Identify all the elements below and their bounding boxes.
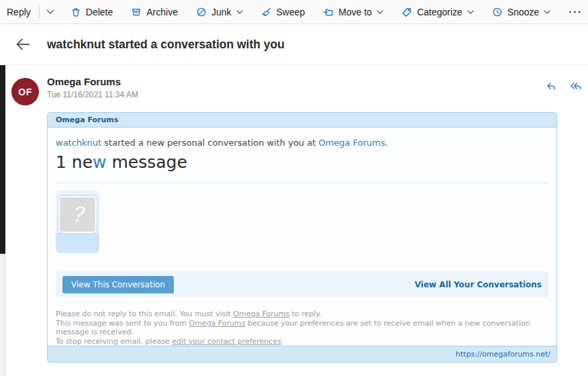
delete-button[interactable]: Delete [70, 7, 113, 17]
footer-text: . [281, 337, 284, 346]
message-action-icons [533, 81, 588, 94]
junk-label: Junk [211, 7, 232, 17]
headline-post: message [107, 152, 187, 172]
chevron-down-icon [467, 10, 474, 14]
reply-split-button[interactable]: Reply [7, 5, 54, 18]
block-icon [196, 7, 207, 17]
chevron-down-icon [544, 10, 550, 14]
message-list-edge-dark [0, 65, 5, 254]
folder-move-icon [323, 7, 334, 17]
footer-text: to reply. [289, 310, 322, 318]
clock-icon [492, 7, 503, 17]
archive-icon [131, 7, 142, 17]
archive-label: Archive [146, 7, 178, 17]
footer-text: Please do not reply to this email. You m… [56, 310, 233, 318]
subject-title: watchknut started a conversation with yo… [47, 38, 285, 52]
tag-icon [401, 7, 412, 17]
reply-button[interactable]: Reply [7, 7, 31, 17]
intro-text: started a new personal conversation with… [101, 138, 318, 148]
reply-all-icon[interactable] [570, 81, 582, 94]
move-to-button[interactable]: Move to [323, 7, 383, 17]
thumbnail-footer-strip [56, 233, 99, 253]
divider-rule [56, 183, 548, 183]
back-arrow-icon [15, 37, 31, 52]
email-footer-bar: https://omegaforums.net/ [48, 346, 556, 362]
sent-date: Tue 11/16/2021 11:34 AM [47, 90, 138, 99]
reply-icon[interactable] [546, 81, 557, 94]
footer-line: To stop receiving email, please edit you… [56, 337, 548, 346]
broken-image-placeholder: ? [58, 196, 97, 233]
new-message-headline: 1 new message [56, 152, 548, 172]
categorize-button[interactable]: Categorize [401, 7, 474, 17]
mail-toolbar: Reply Delete Archive Junk [0, 0, 588, 24]
email-body: Omega Forums watchknut started a new per… [47, 112, 557, 363]
user-link[interactable]: watchknut [56, 138, 101, 148]
trash-icon [70, 7, 81, 17]
footer-line: This message was sent to you from Omega … [56, 319, 548, 337]
message-pane: OF Omega Forums Tue 11/16/2021 11:34 AM … [6, 65, 588, 376]
footer-text: This message was sent to you from [56, 319, 189, 328]
more-options-button[interactable]: ··· [569, 6, 583, 17]
omega-forums-link[interactable]: Omega Forums [189, 319, 246, 328]
subject-header: watchknut started a conversation with yo… [0, 24, 588, 65]
sweep-button[interactable]: Sweep [261, 7, 305, 17]
cta-row: View This Conversation View All Your Con… [56, 271, 548, 297]
thumbnail-frame: ? [56, 190, 99, 233]
sender-avatar[interactable]: OF [11, 78, 39, 105]
footer-line: Please do not reply to this email. You m… [56, 310, 548, 319]
email-brand-header: Omega Forums [48, 113, 556, 128]
footer-text: To stop receiving email, please [56, 337, 172, 346]
chevron-down-icon [236, 10, 243, 14]
broom-icon [261, 7, 272, 17]
snooze-button[interactable]: Snooze [492, 7, 550, 17]
omega-forums-link[interactable]: Omega Forums [233, 310, 289, 318]
archive-button[interactable]: Archive [131, 7, 178, 17]
contact-preferences-link[interactable]: edit your contact preferences [172, 337, 281, 346]
toolbar-divider [39, 5, 40, 18]
chevron-down-icon [377, 10, 383, 14]
snooze-label: Snooze [507, 7, 539, 17]
intro-period: . [385, 138, 388, 148]
outlook-reading-pane: Reply Delete Archive Junk [0, 0, 588, 376]
view-conversation-button[interactable]: View This Conversation [62, 276, 174, 293]
move-to-label: Move to [338, 7, 372, 17]
junk-button[interactable]: Junk [196, 7, 243, 17]
back-button[interactable] [15, 37, 31, 52]
view-all-conversations-link[interactable]: View All Your Conversations [415, 280, 542, 289]
sender-name[interactable]: Omega Forums [47, 76, 121, 87]
chevron-down-icon[interactable] [46, 9, 54, 15]
delete-label: Delete [86, 7, 113, 17]
intro-paragraph: watchknut started a new personal convers… [56, 138, 548, 148]
email-footer-note: Please do not reply to this email. You m… [56, 310, 548, 346]
site-url-link[interactable]: https://omegaforums.net/ [456, 350, 550, 359]
headline-pre: 1 ne [56, 152, 93, 172]
categorize-label: Categorize [417, 7, 462, 17]
site-link[interactable]: Omega Forums [318, 138, 385, 148]
question-mark-glyph: ? [72, 203, 83, 226]
sweep-label: Sweep [277, 7, 305, 17]
email-content: watchknut started a new personal convers… [48, 128, 556, 346]
headline-link[interactable]: w [93, 152, 106, 172]
attachment-thumbnail[interactable]: ? [56, 190, 99, 253]
